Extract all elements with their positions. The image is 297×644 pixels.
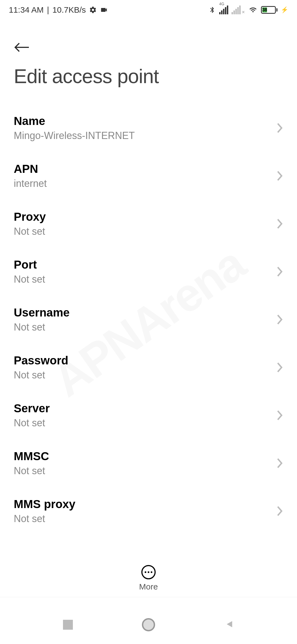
chevron-right-icon — [277, 314, 283, 325]
recent-icon — [63, 620, 73, 630]
chevron-right-icon — [277, 218, 283, 229]
status-speed: 10.7KB/s — [53, 5, 86, 15]
status-right: 4G ✕ 38 ⚡ — [209, 6, 288, 14]
chevron-right-icon — [277, 410, 283, 421]
chevron-right-icon — [277, 506, 283, 517]
setting-label: MMS proxy — [14, 498, 75, 511]
setting-row-password[interactable]: Password Not set — [0, 343, 297, 391]
chevron-right-icon — [277, 122, 283, 133]
setting-value: Not set — [14, 369, 68, 381]
back-button[interactable] — [14, 39, 30, 65]
setting-value: Mingo-Wireless-INTERNET — [14, 130, 135, 141]
setting-label: Server — [14, 402, 50, 415]
status-left: 11:34 AM | 10.7KB/s — [9, 5, 108, 15]
setting-value: Not set — [14, 321, 70, 333]
signal-sim1: 4G — [219, 6, 228, 14]
setting-label: APN — [14, 162, 47, 176]
setting-value: Not set — [14, 465, 49, 477]
nav-home-button[interactable] — [140, 616, 157, 633]
chevron-right-icon — [277, 266, 283, 277]
more-icon — [141, 565, 156, 579]
setting-label: Name — [14, 114, 135, 128]
bluetooth-icon — [209, 6, 216, 14]
setting-row-port[interactable]: Port Not set — [0, 248, 297, 296]
setting-value: Not set — [14, 226, 46, 237]
setting-value: Not set — [14, 274, 45, 285]
page-header: Edit access point — [0, 20, 297, 93]
setting-label: Proxy — [14, 210, 46, 223]
setting-value: Not set — [14, 417, 50, 429]
page-title: Edit access point — [14, 65, 283, 88]
charging-icon: ⚡ — [281, 6, 288, 13]
home-icon — [142, 618, 155, 631]
setting-value: internet — [14, 178, 47, 189]
nav-bar — [0, 605, 297, 644]
chevron-right-icon — [277, 170, 283, 181]
signal-sim2: ✕ — [232, 6, 245, 14]
setting-label: Password — [14, 354, 68, 367]
setting-label: Port — [14, 258, 45, 271]
network-type-label: 4G — [219, 2, 224, 6]
chevron-right-icon — [277, 458, 283, 469]
setting-row-mmsc[interactable]: MMSC Not set — [0, 439, 297, 487]
status-separator: | — [47, 5, 49, 15]
setting-row-proxy[interactable]: Proxy Not set — [0, 200, 297, 248]
setting-row-server[interactable]: Server Not set — [0, 391, 297, 439]
settings-list: Name Mingo-Wireless-INTERNET APN interne… — [0, 93, 297, 535]
setting-row-name[interactable]: Name Mingo-Wireless-INTERNET — [0, 104, 297, 152]
setting-row-mms-proxy[interactable]: MMS proxy Not set — [0, 487, 297, 535]
back-triangle-icon — [224, 619, 234, 631]
chevron-right-icon — [277, 362, 283, 373]
battery-level: 38 — [262, 7, 267, 12]
no-signal-x-icon: ✕ — [242, 10, 245, 14]
battery-indicator: 38 — [261, 6, 277, 14]
setting-value: Not set — [14, 513, 75, 525]
more-button[interactable]: More — [0, 565, 297, 597]
setting-row-apn[interactable]: APN internet — [0, 152, 297, 200]
gear-icon — [89, 6, 97, 14]
setting-label: Username — [14, 306, 70, 319]
wifi-icon — [248, 6, 258, 14]
camera-icon — [100, 6, 108, 14]
status-bar: 11:34 AM | 10.7KB/s 4G ✕ — [0, 0, 297, 20]
nav-recent-button[interactable] — [60, 616, 76, 633]
status-time: 11:34 AM — [9, 5, 44, 15]
setting-row-username[interactable]: Username Not set — [0, 296, 297, 343]
setting-label: MMSC — [14, 450, 49, 463]
nav-back-button[interactable] — [221, 616, 237, 633]
more-label: More — [139, 582, 158, 591]
